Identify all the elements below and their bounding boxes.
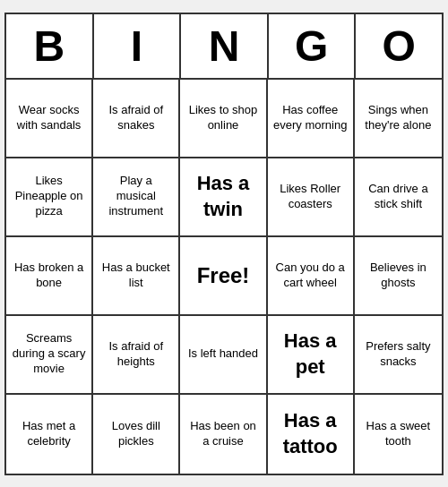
bingo-cell[interactable]: Is afraid of snakes — [93, 80, 180, 158]
bingo-header-letter: G — [269, 14, 357, 80]
bingo-cell[interactable]: Has a sweet tooth — [355, 395, 442, 474]
bingo-cell[interactable]: Believes in ghosts — [355, 237, 442, 316]
bingo-cell[interactable]: Has a bucket list — [93, 237, 180, 316]
bingo-header-letter: O — [356, 14, 442, 80]
bingo-cell[interactable]: Has a tattoo — [268, 395, 355, 474]
bingo-cell[interactable]: Prefers salty snacks — [355, 316, 442, 395]
bingo-cell[interactable]: Is afraid of heights — [93, 316, 180, 395]
bingo-cell[interactable]: Free! — [180, 237, 267, 316]
bingo-cell[interactable]: Has broken a bone — [6, 237, 93, 316]
bingo-cell[interactable]: Likes to shop online — [180, 80, 267, 158]
bingo-header-letter: I — [94, 14, 182, 80]
bingo-cell[interactable]: Wear socks with sandals — [6, 80, 93, 158]
bingo-header-letter: N — [181, 14, 269, 80]
bingo-cell[interactable]: Can you do a cart wheel — [268, 237, 355, 316]
bingo-cell[interactable]: Is left handed — [180, 316, 267, 395]
bingo-cell[interactable]: Has met a celebrity — [6, 395, 93, 474]
bingo-header-letter: B — [6, 14, 94, 80]
bingo-header: BINGO — [6, 14, 442, 80]
bingo-cell[interactable]: Has a twin — [180, 158, 267, 237]
bingo-cell[interactable]: Play a musical instrument — [93, 158, 180, 237]
bingo-cell[interactable]: Has been on a cruise — [180, 395, 267, 474]
bingo-cell[interactable]: Likes Pineapple on pizza — [6, 158, 93, 237]
bingo-cell[interactable]: Screams during a scary movie — [6, 316, 93, 395]
bingo-cell[interactable]: Sings when they're alone — [355, 80, 442, 158]
bingo-cell[interactable]: Has a pet — [268, 316, 355, 395]
bingo-cell[interactable]: Likes Roller coasters — [268, 158, 355, 237]
bingo-cell[interactable]: Loves dill pickles — [93, 395, 180, 474]
bingo-grid: Wear socks with sandalsIs afraid of snak… — [6, 80, 442, 474]
bingo-cell[interactable]: Has coffee every morning — [268, 80, 355, 158]
bingo-cell[interactable]: Can drive a stick shift — [355, 158, 442, 237]
bingo-card: BINGO Wear socks with sandalsIs afraid o… — [4, 13, 444, 475]
